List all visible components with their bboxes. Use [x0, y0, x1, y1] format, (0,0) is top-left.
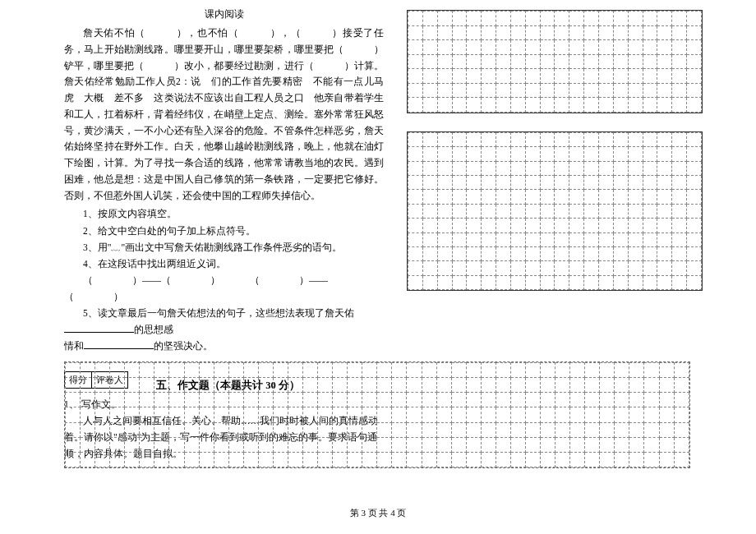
writing-grid-2[interactable]: [407, 131, 703, 291]
question-1: 1、按原文内容填空。: [64, 205, 384, 222]
q5-text-b: 情和: [64, 341, 84, 351]
question-5-line1: 5、读文章最后一句詹天佑想法的句子，这些想法表现了詹天佑的思想感: [64, 305, 384, 338]
writing-grid-bottom[interactable]: [64, 361, 690, 468]
question-2: 2、给文中空白处的句子加上标点符号。: [64, 223, 384, 239]
q5-text-a: 5、读文章最后一句詹天佑想法的句子，这些想法表现了詹天佑: [83, 308, 354, 318]
blank-fill[interactable]: [64, 323, 134, 333]
q5-tail-b: 的坚强决心。: [154, 341, 213, 351]
question-4: 4、在这段话中找出两组近义词。: [64, 255, 384, 272]
question-4-blanks: （ ）——（ ） （ ）——（ ）: [64, 272, 384, 305]
reading-title: 课内阅读: [64, 8, 384, 21]
question-3: 3、用"﹏"画出文中写詹天佑勘测线路工作条件恶劣的语句。: [64, 239, 384, 255]
questions-block: 1、按原文内容填空。 2、给文中空白处的句子加上标点符号。 3、用"﹏"画出文中…: [64, 205, 384, 354]
reading-passage: 詹天佑不怕（ ），也不怕（ ），（ ）接受了任务，马上开始勘测线路。哪里要开山，…: [64, 25, 384, 204]
writing-grid-1[interactable]: [407, 10, 703, 113]
q5-tail-a: 的思想感: [134, 325, 173, 334]
question-5-line2: 情和的坚强决心。: [64, 338, 384, 354]
page-footer: 第 3 页 共 4 页: [0, 507, 756, 519]
blank-fill[interactable]: [84, 339, 154, 349]
